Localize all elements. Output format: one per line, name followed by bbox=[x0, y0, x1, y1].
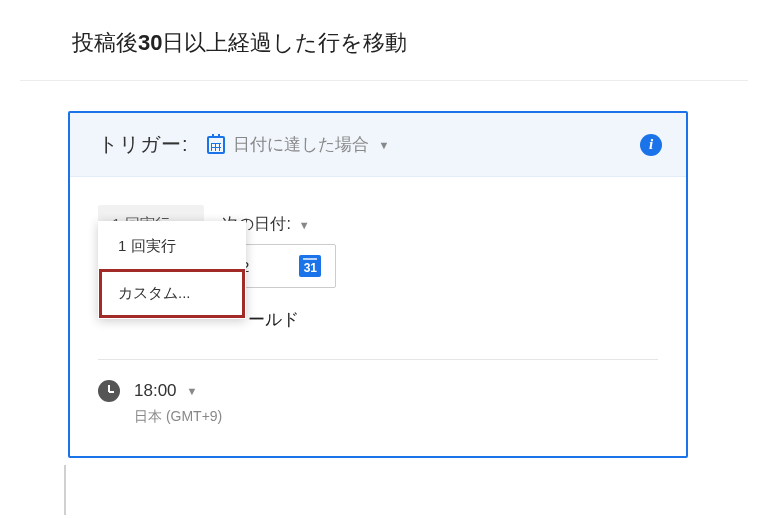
chevron-down-icon: ▼ bbox=[187, 385, 198, 397]
time-value: 18:00 bbox=[134, 381, 177, 401]
field-tail-text: ールド bbox=[248, 308, 658, 331]
trigger-type-selector[interactable]: 日付に達した場合 ▼ bbox=[207, 133, 390, 156]
date-picker-icon[interactable]: 31 bbox=[299, 255, 321, 277]
calendar-icon bbox=[207, 136, 225, 154]
chevron-down-icon: ▼ bbox=[299, 219, 310, 231]
trigger-label: トリガー: bbox=[98, 131, 189, 158]
divider-top bbox=[20, 80, 748, 81]
trigger-card: トリガー: 日付に達した場合 ▼ i 1 回実行 ▼ 次の日付: ▼ 1 回実行… bbox=[68, 111, 688, 458]
dropdown-option-custom[interactable]: カスタム... bbox=[100, 270, 244, 317]
flow-connector bbox=[64, 465, 66, 515]
chevron-down-icon: ▼ bbox=[379, 139, 390, 151]
title-post: 日以上経過した行を移動 bbox=[162, 30, 407, 55]
time-row: 18:00 ▼ bbox=[98, 380, 658, 402]
title-pre: 投稿後 bbox=[72, 30, 138, 55]
trigger-type-text: 日付に達した場合 bbox=[233, 133, 369, 156]
timezone-label: 日本 (GMT+9) bbox=[134, 408, 658, 426]
clock-icon bbox=[98, 380, 120, 402]
dropdown-option-once[interactable]: 1 回実行 bbox=[100, 223, 244, 270]
frequency-dropdown: 1 回実行 カスタム... bbox=[98, 221, 246, 319]
card-header: トリガー: 日付に達した場合 ▼ i bbox=[70, 113, 686, 177]
card-body: 1 回実行 ▼ 次の日付: ▼ 1 回実行 カスタム... 2 31 ールド 1… bbox=[70, 177, 686, 426]
time-selector[interactable]: 18:00 ▼ bbox=[134, 381, 197, 401]
section-divider bbox=[98, 359, 658, 360]
title-bold: 30 bbox=[138, 30, 162, 55]
page-title: 投稿後30日以上経過した行を移動 bbox=[0, 0, 768, 80]
date-row: 2 31 bbox=[226, 244, 658, 288]
info-icon[interactable]: i bbox=[640, 134, 662, 156]
